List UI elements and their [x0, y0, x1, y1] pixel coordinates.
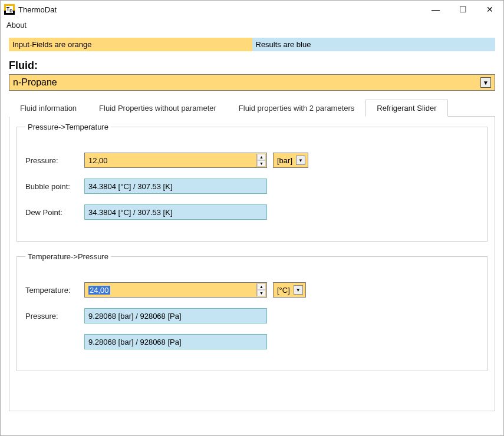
tabs: Fluid information Fluid Properties witho… [9, 99, 495, 117]
spinner-down-icon[interactable]: ▼ [257, 160, 266, 167]
bubble-point-label: Bubble point: [25, 182, 84, 191]
app-icon: TD [4, 4, 15, 15]
fluid-select[interactable]: n-Propane ▼ [9, 74, 495, 91]
pressure-input[interactable]: 12,00 ▲ ▼ [84, 153, 267, 168]
pressure-result-2: 9.28068 [bar] / 928068 [Pa] [84, 334, 267, 349]
group-pressure-temperature: Pressure->Temperature Pressure: 12,00 ▲ … [17, 123, 487, 242]
menubar: About [1, 18, 503, 33]
dropdown-icon: ▼ [296, 156, 305, 165]
tab-fluid-information[interactable]: Fluid information [9, 100, 88, 117]
legend-result: Results are blue [252, 38, 496, 51]
temperature-label: Temperature: [25, 286, 84, 295]
minimize-button[interactable]: — [422, 1, 449, 18]
group-temperature-pressure: Temperature->Pressure Temperature: 24,00… [17, 252, 487, 371]
pressure-result-label: Pressure: [25, 312, 84, 321]
pressure-unit-value: [bar] [277, 156, 292, 165]
fluid-label: Fluid: [9, 60, 495, 72]
temperature-unit-select[interactable]: [°C] ▼ [273, 282, 306, 298]
pressure-result-1: 9.28068 [bar] / 928068 [Pa] [84, 308, 267, 323]
fluid-selected-value: n-Propane [13, 77, 57, 88]
spinner-up-icon[interactable]: ▲ [257, 154, 266, 160]
titlebar: TD ThermoDat — ☐ ✕ [1, 1, 503, 18]
dropdown-icon: ▼ [480, 77, 491, 88]
pressure-value: 12,00 [88, 156, 108, 165]
pressure-label: Pressure: [25, 156, 84, 165]
tab-panel: Pressure->Temperature Pressure: 12,00 ▲ … [9, 117, 495, 411]
dew-point-label: Dew Point: [25, 208, 84, 217]
temperature-value: 24,00 [88, 286, 110, 295]
legend-row: Input-Fields are orange Results are blue [9, 38, 495, 51]
temperature-unit-value: [°C] [277, 286, 290, 295]
tab-refrigerant-slider[interactable]: Refrigerant Slider [365, 100, 447, 117]
tab-fluid-properties-2-params[interactable]: Fluid properties with 2 parameters [228, 100, 366, 117]
bubble-point-value: 34.3804 [°C] / 307.53 [K] [84, 179, 267, 194]
close-button[interactable]: ✕ [476, 1, 503, 18]
pressure-unit-select[interactable]: [bar] ▼ [273, 153, 308, 168]
spinner-down-icon[interactable]: ▼ [257, 290, 266, 296]
menu-about[interactable]: About [6, 21, 27, 29]
dew-point-value: 34.3804 [°C] / 307.53 [K] [84, 204, 267, 220]
dropdown-icon: ▼ [294, 285, 303, 295]
group-legend-tp: Temperature->Pressure [25, 252, 111, 261]
maximize-button[interactable]: ☐ [449, 1, 476, 18]
tab-fluid-properties-no-param[interactable]: Fluid Properties without parameter [88, 100, 228, 117]
spinner-up-icon[interactable]: ▲ [257, 283, 266, 290]
group-legend-pt: Pressure->Temperature [25, 123, 111, 131]
window-title: ThermoDat [18, 5, 57, 14]
temperature-input[interactable]: 24,00 ▲ ▼ [84, 282, 267, 298]
legend-input: Input-Fields are orange [9, 38, 252, 51]
